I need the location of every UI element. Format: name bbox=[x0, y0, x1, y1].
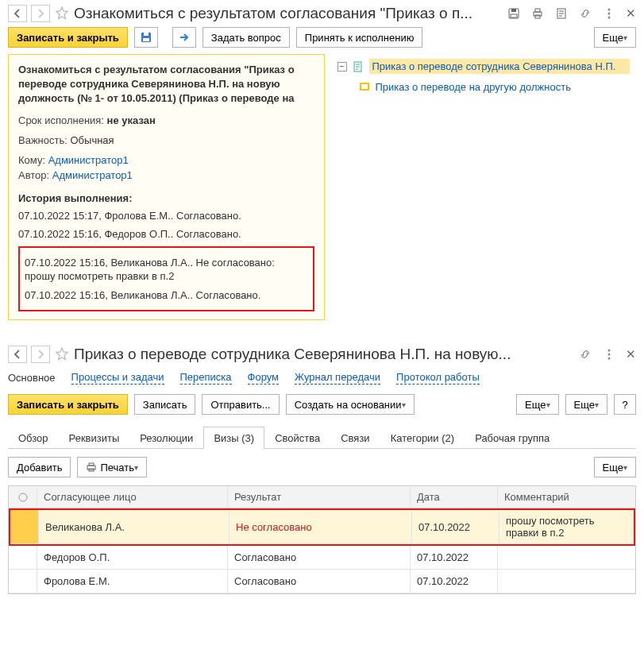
col-comment[interactable]: Комментарий bbox=[498, 486, 635, 508]
tab-resolutions[interactable]: Резолюции bbox=[129, 427, 203, 449]
cell-person: Федоров О.П. bbox=[37, 546, 228, 569]
print-button[interactable]: Печать bbox=[77, 457, 147, 477]
add-button[interactable]: Добавить bbox=[8, 457, 71, 477]
tab-overview[interactable]: Обзор bbox=[8, 427, 59, 449]
navtab-processes[interactable]: Процессы и задачи bbox=[71, 371, 164, 385]
cell-result: Не согласовано bbox=[229, 510, 412, 543]
more-button-2[interactable]: Еще bbox=[565, 394, 607, 415]
col-date[interactable]: Дата bbox=[411, 486, 498, 508]
navtab-main[interactable]: Основное bbox=[8, 372, 56, 384]
navtab-correspondence[interactable]: Переписка bbox=[180, 371, 232, 385]
cell-comment: прошу посмотреть правки в п.2 bbox=[499, 510, 634, 543]
tab-visas[interactable]: Визы (3) bbox=[203, 427, 264, 449]
author-value[interactable]: Администратор1 bbox=[52, 169, 133, 181]
close-button[interactable]: ✕ bbox=[626, 6, 636, 21]
grid-marker-header[interactable] bbox=[9, 486, 37, 508]
cell-person: Фролова Е.М. bbox=[37, 570, 228, 593]
window-title: Приказ о переводе сотрудника Северянинов… bbox=[74, 346, 511, 363]
help-button[interactable]: ? bbox=[614, 394, 636, 415]
to-label: Кому: bbox=[18, 154, 45, 166]
svg-rect-12 bbox=[143, 38, 149, 41]
tab-properties[interactable]: Свойства bbox=[264, 427, 330, 449]
cell-date: 07.10.2022 bbox=[412, 510, 499, 543]
save-floppy-icon[interactable] bbox=[507, 6, 521, 21]
grid-row[interactable]: Федоров О.П. Согласовано 07.10.2022 bbox=[9, 546, 635, 570]
history-header: История выполнения: bbox=[18, 192, 314, 204]
row-marker bbox=[10, 510, 39, 543]
forward-arrow-button[interactable] bbox=[172, 27, 196, 48]
svg-rect-20 bbox=[89, 463, 94, 466]
accept-execution-button[interactable]: Принять к исполнению bbox=[296, 27, 423, 48]
cell-date: 07.10.2022 bbox=[411, 546, 498, 569]
row-marker bbox=[9, 546, 37, 569]
task-card-title: Ознакомиться с результатом согласования … bbox=[18, 63, 314, 106]
col-result[interactable]: Результат bbox=[228, 486, 411, 508]
more-button[interactable]: Еще bbox=[516, 394, 558, 415]
kebab-menu-icon[interactable] bbox=[602, 6, 616, 21]
svg-rect-4 bbox=[535, 9, 540, 12]
navigation-tabs: Основное Процессы и задачи Переписка Фор… bbox=[8, 371, 636, 385]
print-icon[interactable] bbox=[530, 6, 545, 21]
navtab-journal[interactable]: Журнал передачи bbox=[295, 371, 380, 385]
svg-rect-1 bbox=[511, 9, 516, 12]
nav-forward-button[interactable] bbox=[31, 346, 50, 363]
save-and-close-button[interactable]: Записать и закрыть bbox=[8, 394, 128, 415]
favorite-star-icon[interactable] bbox=[55, 6, 69, 21]
to-value[interactable]: Администратор1 bbox=[48, 154, 129, 166]
tree-minus-icon[interactable]: − bbox=[337, 62, 347, 72]
grid-header: Согласующее лицо Результат Дата Коммента… bbox=[9, 486, 635, 508]
send-button[interactable]: Отправить... bbox=[202, 394, 279, 415]
nav-back-button[interactable] bbox=[8, 5, 27, 22]
cell-date: 07.10.2022 bbox=[411, 570, 498, 593]
navtab-protocol[interactable]: Протокол работы bbox=[396, 371, 480, 385]
author-label: Автор: bbox=[18, 169, 49, 181]
create-based-button[interactable]: Создать на основании bbox=[286, 394, 415, 415]
link-icon[interactable] bbox=[578, 347, 592, 361]
history-entry: 07.10.2022 15:16, Великанова Л.А.. Согла… bbox=[25, 288, 308, 303]
attachment-main[interactable]: Приказ о переводе сотрудника Северянинов… bbox=[369, 59, 631, 74]
kebab-menu-icon[interactable] bbox=[602, 347, 616, 361]
more-button[interactable]: Еще bbox=[594, 27, 636, 48]
save-button[interactable] bbox=[134, 27, 158, 48]
document-icon bbox=[352, 60, 364, 73]
close-button[interactable]: ✕ bbox=[626, 347, 636, 361]
nav-back-button[interactable] bbox=[8, 346, 27, 363]
print-label: Печать bbox=[100, 462, 134, 474]
row-marker bbox=[9, 570, 37, 593]
save-button[interactable]: Записать bbox=[134, 394, 196, 415]
svg-point-16 bbox=[608, 350, 611, 352]
report-icon[interactable] bbox=[554, 6, 569, 21]
deadline-value: не указан bbox=[107, 114, 156, 126]
window-title: Ознакомиться с результатом согласования … bbox=[74, 5, 472, 22]
more-button[interactable]: Еще bbox=[594, 457, 636, 477]
save-and-close-button[interactable]: Записать и закрыть bbox=[8, 27, 128, 48]
toolbar-lower: Записать и закрыть Записать Отправить...… bbox=[8, 394, 636, 415]
navtab-forum[interactable]: Форум bbox=[248, 371, 280, 385]
attachments-panel: − Приказ о переводе сотрудника Северянин… bbox=[331, 54, 637, 96]
history-entry: 07.10.2022 15:16, Великанова Л.А.. Не со… bbox=[25, 256, 308, 284]
cell-comment bbox=[498, 546, 635, 569]
tab-requisites[interactable]: Реквизиты bbox=[59, 427, 130, 449]
grid-row[interactable]: Фролова Е.М. Согласовано 07.10.2022 bbox=[9, 570, 635, 593]
link-icon[interactable] bbox=[578, 6, 592, 21]
document-tabs: Обзор Реквизиты Резолюции Визы (3) Свойс… bbox=[8, 426, 636, 449]
tab-links[interactable]: Связи bbox=[330, 427, 380, 449]
svg-rect-11 bbox=[144, 33, 148, 36]
tab-workgroup[interactable]: Рабочая группа bbox=[465, 427, 560, 449]
grid-row[interactable]: Великанова Л.А. Не согласовано 07.10.202… bbox=[10, 510, 634, 544]
svg-rect-2 bbox=[511, 14, 517, 17]
svg-point-8 bbox=[608, 13, 611, 15]
cell-result: Согласовано bbox=[228, 570, 411, 593]
attachment-sub[interactable]: Приказ о переводе на другую должность bbox=[376, 81, 571, 93]
favorite-star-icon[interactable] bbox=[55, 347, 69, 361]
ask-question-button[interactable]: Задать вопрос bbox=[202, 27, 290, 48]
grid-highlight-box: Великанова Л.А. Не согласовано 07.10.202… bbox=[9, 508, 635, 546]
col-person[interactable]: Согласующее лицо bbox=[37, 486, 228, 508]
svg-point-9 bbox=[608, 17, 611, 19]
tab-categories[interactable]: Категории (2) bbox=[380, 427, 465, 449]
history-highlight-box: 07.10.2022 15:16, Великанова Л.А.. Не со… bbox=[18, 246, 314, 312]
cell-comment bbox=[498, 570, 635, 593]
deadline-label: Срок исполнения: bbox=[18, 114, 104, 126]
nav-forward-button[interactable] bbox=[31, 5, 50, 22]
cell-result: Согласовано bbox=[228, 546, 411, 569]
